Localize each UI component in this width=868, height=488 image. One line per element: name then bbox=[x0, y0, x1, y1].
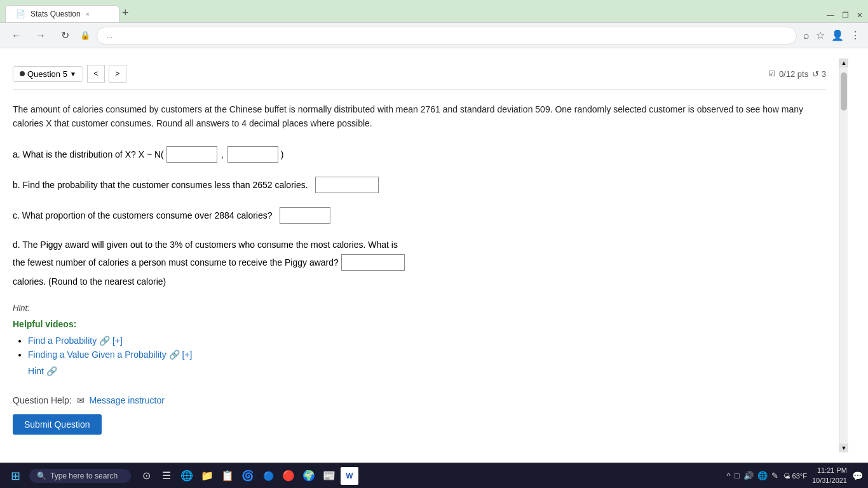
browser-search-icon[interactable]: ⌕ bbox=[803, 30, 810, 41]
profile-icon[interactable]: 👤 bbox=[831, 29, 844, 41]
system-tray-icons: ^ □ 🔊 🌐 ✎ bbox=[727, 471, 778, 480]
submit-question-button[interactable]: Submit Question bbox=[13, 414, 102, 435]
dropdown-arrow-icon: ▼ bbox=[70, 71, 76, 78]
video-2-extra: [+] bbox=[182, 349, 192, 360]
taskbar-search-placeholder: Type here to search bbox=[50, 471, 118, 480]
taskbar-word-icon[interactable]: W bbox=[341, 467, 358, 485]
question-header: Question 5 ▼ < > ☑ 0/12 pts ↺ 3 bbox=[13, 58, 826, 90]
refresh-button[interactable]: ↻ bbox=[56, 27, 74, 44]
question-help-row: Question Help: ✉ Message instructor bbox=[13, 395, 826, 405]
hint-link[interactable]: Hint 🔗 bbox=[28, 366, 57, 376]
browser-toolbar: ⌕ ☆ 👤 ⋮ bbox=[803, 29, 860, 41]
window-controls: — ❐ ✕ bbox=[827, 11, 863, 20]
taskbar-app3-icon[interactable]: 🌍 bbox=[300, 467, 318, 485]
page-body: Question 5 ▼ < > ☑ 0/12 pts ↺ 3 The amou… bbox=[0, 58, 839, 452]
taskbar-firefox-icon[interactable]: 🔴 bbox=[280, 467, 297, 485]
windows-logo-icon: ⊞ bbox=[11, 469, 20, 483]
scrollbar-thumb[interactable] bbox=[841, 72, 847, 111]
hint-link-text: Hint bbox=[28, 366, 44, 376]
maximize-btn[interactable]: ❐ bbox=[842, 11, 849, 20]
scrollbar[interactable]: ▲ ▼ bbox=[839, 58, 848, 452]
part-c-label: c. What proportion of the customers cons… bbox=[13, 208, 273, 222]
part-c: c. What proportion of the customers cons… bbox=[13, 207, 826, 224]
part-b-label: b. Find the probability that the custome… bbox=[13, 178, 308, 192]
question-body-text: The amount of calories consumed by custo… bbox=[13, 102, 826, 131]
part-a-close: ) bbox=[281, 147, 284, 161]
url-text: ... bbox=[106, 31, 112, 40]
helpful-videos-label: Helpful videos: bbox=[13, 319, 826, 329]
tray-sound-icon[interactable]: 🔊 bbox=[743, 471, 754, 480]
minimize-btn[interactable]: — bbox=[827, 11, 834, 20]
tray-language-icon[interactable]: 🌐 bbox=[757, 471, 768, 480]
taskbar-app1-icon[interactable]: 📋 bbox=[219, 467, 236, 485]
url-input[interactable]: ... bbox=[97, 27, 797, 44]
taskbar-cortana-icon[interactable]: ⊙ bbox=[137, 467, 155, 485]
taskbar-edge-icon[interactable]: 🌐 bbox=[178, 467, 196, 485]
question-label: Question 5 bbox=[27, 69, 67, 79]
address-bar: ← → ↻ 🔒 ... ⌕ ☆ 👤 ⋮ bbox=[0, 23, 868, 48]
part-d-line1-text: d. The Piggy award will given out to the… bbox=[13, 238, 826, 252]
video-list-item-2: Finding a Value Given a Probability 🔗 [+… bbox=[28, 349, 826, 360]
clock-area[interactable]: 11:21 PM 10/31/2021 bbox=[812, 466, 847, 485]
back-button[interactable]: ← bbox=[8, 27, 25, 44]
taskbar-app2-icon[interactable]: 🌀 bbox=[239, 467, 257, 485]
bookmark-icon[interactable]: ☆ bbox=[816, 29, 825, 41]
prev-question-button[interactable]: < bbox=[87, 65, 105, 83]
new-tab-button[interactable]: + bbox=[122, 6, 129, 20]
question-score-area: ☑ 0/12 pts ↺ 3 bbox=[768, 69, 826, 79]
part-d-line2-prefix: the fewest number of calories a person m… bbox=[13, 255, 339, 269]
taskbar-task-view-icon[interactable]: ☰ bbox=[158, 467, 175, 485]
hint-link-icon: 🔗 bbox=[46, 366, 57, 376]
browser-window: 📄 Stats Question × + — ❐ ✕ ← → ↻ 🔒 ... ⌕… bbox=[0, 0, 868, 488]
browser-menu-icon[interactable]: ⋮ bbox=[850, 29, 860, 41]
question-dot bbox=[20, 71, 25, 76]
video-1-text: Find a Probability bbox=[28, 336, 97, 346]
scrollbar-down-arrow[interactable]: ▼ bbox=[839, 444, 848, 452]
start-button[interactable]: ⊞ bbox=[5, 466, 25, 486]
taskbar-search-box[interactable]: 🔍 Type here to search bbox=[29, 469, 131, 483]
content-area: Question 5 ▼ < > ☑ 0/12 pts ↺ 3 The amou… bbox=[0, 58, 868, 452]
hint-label: Hint: bbox=[13, 303, 826, 313]
tab-title: Stats Question bbox=[31, 10, 81, 18]
part-d-line2: the fewest number of calories a person m… bbox=[13, 254, 826, 271]
tray-pen-icon[interactable]: ✎ bbox=[771, 471, 778, 480]
scrollbar-up-arrow[interactable]: ▲ bbox=[839, 58, 848, 67]
next-question-button[interactable]: > bbox=[109, 65, 126, 83]
part-d-input[interactable] bbox=[341, 254, 405, 271]
part-a: a. What is the distribution of X? X ~ N(… bbox=[13, 146, 826, 163]
score-value: 0/12 pts bbox=[779, 69, 808, 79]
taskbar-explorer-icon[interactable]: 📁 bbox=[198, 467, 216, 485]
taskbar-app4-icon[interactable]: 📰 bbox=[320, 467, 338, 485]
video-2-text: Finding a Value Given a Probability bbox=[28, 349, 166, 360]
tab-close-btn[interactable]: × bbox=[86, 10, 90, 18]
external-link-icon-2: 🔗 bbox=[169, 349, 182, 360]
notification-icon[interactable]: 💬 bbox=[852, 471, 863, 481]
weather-display: 🌤 63°F bbox=[783, 472, 807, 480]
message-envelope-icon: ✉ bbox=[77, 395, 85, 405]
question-selector[interactable]: Question 5 ▼ bbox=[13, 66, 83, 82]
close-btn[interactable]: ✕ bbox=[857, 11, 863, 20]
tray-arrow-icon[interactable]: ^ bbox=[727, 471, 731, 480]
part-a-input-mean[interactable] bbox=[166, 146, 217, 163]
part-b: b. Find the probability that the custome… bbox=[13, 177, 826, 193]
part-a-input-stddev[interactable] bbox=[227, 146, 278, 163]
taskbar-search-icon: 🔍 bbox=[37, 471, 46, 480]
question-help-label: Question Help: bbox=[13, 395, 72, 405]
active-tab[interactable]: 📄 Stats Question × bbox=[5, 5, 119, 22]
score-icon: ☑ bbox=[768, 69, 775, 78]
video-link-1[interactable]: Find a Probability 🔗 [+] bbox=[28, 336, 123, 346]
taskbar-chrome-icon[interactable]: 🔵 bbox=[259, 467, 277, 485]
tray-network-icon[interactable]: □ bbox=[735, 471, 740, 480]
part-b-input[interactable] bbox=[315, 177, 379, 193]
forward-button[interactable]: → bbox=[32, 27, 50, 44]
part-c-input[interactable] bbox=[280, 207, 330, 224]
lock-icon: 🔒 bbox=[80, 30, 90, 40]
main-content: Question 5 ▼ < > ☑ 0/12 pts ↺ 3 The amou… bbox=[0, 48, 868, 463]
tab-favicon: 📄 bbox=[16, 10, 25, 18]
video-list: Find a Probability 🔗 [+] Finding a Value… bbox=[13, 336, 826, 360]
hint-section: Hint: Helpful videos: Find a Probability… bbox=[13, 303, 826, 376]
video-list-item-1: Find a Probability 🔗 [+] bbox=[28, 336, 826, 346]
time-display: 11:21 PM bbox=[812, 466, 847, 475]
video-link-2[interactable]: Finding a Value Given a Probability 🔗 [+… bbox=[28, 349, 192, 360]
message-instructor-link[interactable]: Message instructor bbox=[90, 395, 165, 405]
